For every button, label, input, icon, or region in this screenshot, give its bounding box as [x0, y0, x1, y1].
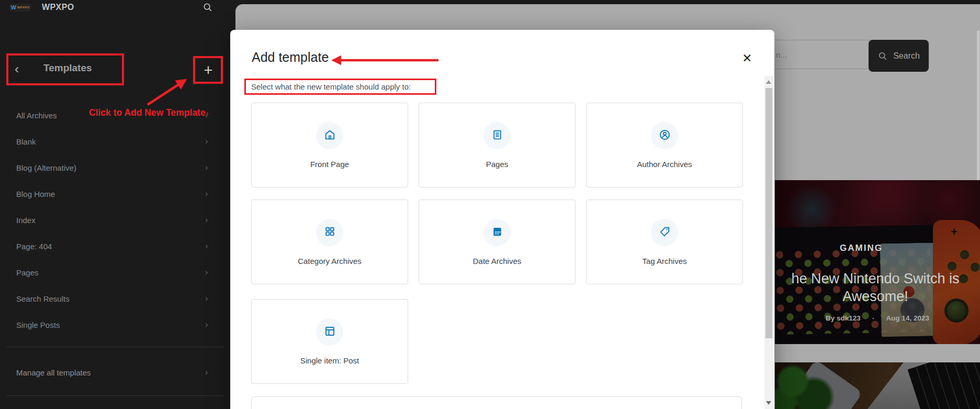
annotation-box-subtitle: Select what the new template should appl… [244, 79, 436, 95]
template-card-category-archives[interactable]: Category Archives [251, 200, 408, 284]
tag-icon [658, 225, 671, 240]
sidebar-item-blog-home[interactable]: Blog Home › [16, 186, 215, 202]
post-title: he New Nintendo Switch is Awesome! [775, 270, 980, 305]
manage-all-templates-link[interactable]: Manage all templates › [16, 364, 215, 380]
sidebar-item-single-posts[interactable]: Single Posts › [16, 317, 215, 333]
sidebar-item-blog-alternative[interactable]: Blog (Alternative) › [16, 160, 215, 175]
scroll-up-icon[interactable] [766, 80, 771, 84]
template-card-label: Front Page [310, 160, 349, 169]
sidebar-item-blank[interactable]: Blank › [16, 134, 215, 149]
chevron-right-icon: › [205, 294, 208, 303]
sidebar-item-page-404[interactable]: Page: 404 › [16, 238, 215, 254]
sidebar-item-search-results[interactable]: Search Results › [16, 291, 215, 306]
template-card-author-archives[interactable]: Author Archives [586, 103, 743, 187]
sidebar-item-pages[interactable]: Pages › [16, 264, 215, 280]
sidebar-title-templates: Templates [43, 62, 92, 74]
chevron-right-icon: › [205, 110, 208, 120]
template-card-front-page[interactable]: Front Page [251, 103, 408, 187]
post-byline: By sdk123 · Aug 14, 2023 [775, 314, 980, 322]
template-card-date-archives[interactable]: Date Archives [419, 200, 576, 284]
chevron-right-icon: › [205, 137, 208, 146]
chevron-right-icon: › [205, 368, 208, 377]
template-card-label: Single item: Post [300, 356, 359, 365]
post-category-badge: GAMING [775, 243, 948, 253]
close-icon[interactable]: ✕ [739, 50, 756, 67]
annotation-arrow-title [327, 53, 447, 68]
chevron-right-icon: › [205, 163, 208, 172]
sidebar-divider [6, 395, 224, 396]
site-logo: WWPXPO [9, 4, 31, 12]
chevron-right-icon: › [205, 189, 208, 198]
add-template-modal: Add template ✕ Select what the new templ… [230, 30, 774, 409]
chevron-right-icon: › [205, 268, 208, 277]
sidebar-divider [6, 347, 224, 347]
template-card-pages[interactable]: Pages [419, 103, 576, 187]
desk-photo [775, 362, 980, 409]
layout-icon [323, 325, 336, 340]
featured-post-image[interactable]: + GAMING he New Nintendo Switch is Aweso… [775, 180, 980, 344]
chevron-right-icon: › [205, 320, 208, 329]
chevron-right-icon: › [205, 215, 208, 225]
template-card-partial[interactable] [251, 396, 742, 409]
template-card-label: Category Archives [298, 257, 362, 266]
chevron-right-icon: › [205, 241, 208, 251]
sidebar-item-all-archives[interactable]: All Archives › [16, 107, 215, 123]
template-card-tag-archives[interactable]: Tag Archives [586, 200, 743, 284]
grid-icon [323, 225, 336, 240]
document-icon [491, 128, 504, 143]
page-search-button[interactable]: Search [869, 40, 929, 72]
person-icon [658, 128, 671, 143]
back-chevron-icon[interactable]: ‹ [15, 62, 19, 76]
home-icon [323, 128, 336, 143]
modal-title: Add template [252, 50, 329, 65]
site-editor-sidebar: WWPXPO WPXPO ‹ Templates + All Archives … [0, 0, 230, 409]
add-template-button[interactable]: + [198, 60, 219, 81]
modal-scrollbar[interactable] [764, 76, 773, 409]
sidebar-item-index[interactable]: Index › [16, 212, 215, 228]
template-card-label: Date Archives [473, 257, 522, 266]
calendar-icon [491, 225, 504, 240]
template-card-label: Pages [486, 160, 509, 169]
template-card-single-item-post[interactable]: Single item: Post [251, 299, 408, 384]
template-card-label: Author Archives [637, 160, 692, 169]
search-icon[interactable] [202, 2, 213, 13]
modal-scrollbar-thumb[interactable] [765, 88, 772, 338]
magnifier-icon [877, 51, 888, 61]
template-card-label: Tag Archives [642, 257, 686, 266]
site-hub[interactable]: WWPXPO WPXPO [9, 3, 74, 12]
site-name: WPXPO [42, 3, 74, 12]
modal-subtitle: Select what the new template should appl… [246, 82, 411, 91]
scroll-down-icon[interactable] [766, 401, 771, 405]
